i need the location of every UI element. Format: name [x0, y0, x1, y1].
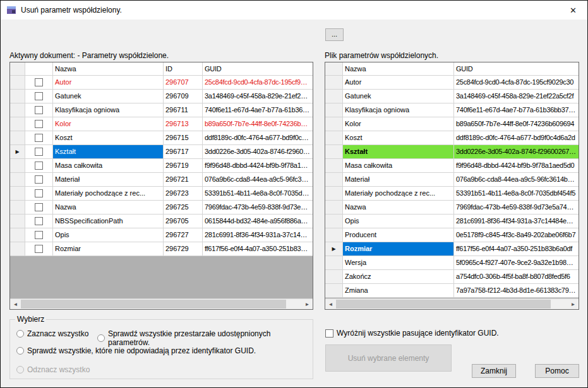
row-selector[interactable] [10, 242, 25, 256]
checkbox-icon[interactable] [35, 175, 43, 184]
table-row[interactable]: Producent0e5178f9-c845-4f3c-8a49-202abe0… [325, 228, 579, 242]
cell-name[interactable]: Materiał [53, 173, 164, 187]
checkbox-icon[interactable] [35, 231, 43, 239]
table-row[interactable]: Nazwa2967257969fdac-473b-4e59-838f-9d73e… [10, 201, 313, 215]
row-selector[interactable] [325, 284, 343, 298]
cell-name[interactable]: Kolor [53, 117, 164, 131]
cell-id[interactable]: 296709 [164, 90, 203, 103]
row-checkbox-cell[interactable] [25, 103, 53, 117]
table-row[interactable]: Materiał076a9b6c-cda8-44ea-a9c5-96fc3614… [325, 173, 579, 187]
table-row[interactable]: Zmiana7a97a758-f212-4b3d-8d1e-661383c79e… [325, 284, 579, 298]
radio-check-guid-mismatch[interactable]: Sprawdź wszystkie, które nie odpowiadają… [16, 346, 256, 355]
cell-name[interactable]: Koszt [343, 131, 454, 145]
scroll-left-arrow-icon[interactable]: ◄ [10, 299, 21, 309]
row-selector[interactable] [325, 215, 343, 228]
row-selector[interactable] [325, 270, 343, 284]
scroll-right-arrow-icon[interactable]: ► [568, 299, 579, 309]
cell-name[interactable]: Klasyfikacja ogniowa [53, 103, 164, 117]
cell-name[interactable]: Rozmiar [53, 242, 164, 256]
row-selector[interactable] [10, 76, 25, 90]
checkbox-icon[interactable] [35, 189, 43, 197]
row-selector[interactable] [10, 159, 25, 173]
title-bar[interactable]: Usuń parametr współdzielony. ✕ [1, 1, 587, 20]
radio-select-all[interactable]: Zaznacz wszystko [16, 329, 88, 338]
cell-guid[interactable]: 25c84fcd-9cd0-4cfa-87dc-195cf9029c... [203, 76, 313, 90]
cell-guid[interactable]: 076a9b6c-cda8-44ea-a9c5-96fc3614b... [203, 173, 313, 187]
cell-name[interactable]: Opis [343, 215, 454, 228]
row-selector[interactable]: ▶ [325, 242, 343, 256]
cell-id[interactable]: 296727 [164, 228, 203, 242]
row-selector[interactable] [10, 228, 25, 242]
checkbox-icon[interactable] [35, 134, 43, 142]
row-checkbox-cell[interactable] [25, 187, 53, 201]
table-row[interactable]: Kosztddf8189c-d0fc-4764-a677-bd9f0c4d6a2… [325, 131, 579, 145]
header-guid[interactable]: GUID [203, 62, 313, 76]
table-row[interactable]: Materiały pochodzące z rec...53391b51-4b… [325, 187, 579, 201]
scroll-right-arrow-icon[interactable]: ► [302, 299, 313, 309]
checkbox-icon[interactable] [35, 78, 43, 86]
cell-guid[interactable]: f9f96d48-dbbd-4424-bf9b-9f78a1aed5d0 [203, 159, 313, 173]
row-checkbox-cell[interactable] [25, 117, 53, 131]
cell-id[interactable]: 296711 [164, 103, 203, 117]
cell-guid[interactable]: 3a148469-c45f-458a-829e-21ef22a5cf2f [454, 90, 579, 103]
cell-id[interactable]: 296713 [164, 117, 203, 131]
table-row[interactable]: Gatunek2967093a148469-c45f-458a-829e-21e… [10, 90, 313, 103]
row-checkbox-cell[interactable] [25, 201, 53, 215]
table-row[interactable]: Nazwa7969fdac-473b-4e59-838f-9d73e5a7429… [325, 201, 579, 215]
scroll-left-arrow-icon[interactable]: ◄ [325, 299, 336, 309]
radio-check-obsolete[interactable]: Sprawdź wszystkie przestarzałe udostępni… [97, 329, 313, 347]
cell-name[interactable]: Rozmiar [343, 242, 454, 256]
cell-id[interactable]: 296705 [164, 215, 203, 228]
cell-id[interactable]: 296721 [164, 173, 203, 187]
cell-id[interactable]: 296723 [164, 187, 203, 201]
checkbox-icon[interactable] [35, 203, 43, 211]
row-checkbox-cell[interactable] [25, 173, 53, 187]
checkbox-icon[interactable] [35, 92, 43, 100]
checkbox-icon[interactable] [35, 120, 43, 128]
cell-guid[interactable]: a754dfc0-306b-4f5f-ba8f-b807d8fed5f6 [454, 270, 579, 284]
cell-guid[interactable]: ddf8189c-d0fc-4764-a677-bd9f0c4d6a2 [203, 131, 313, 145]
scrollbar-thumb[interactable] [21, 300, 286, 309]
table-row[interactable]: ▶Rozmiarff617f56-e0f4-4a07-a350-251b83b6… [325, 242, 579, 256]
cell-name[interactable]: Gatunek [53, 90, 164, 103]
cell-guid[interactable]: 3dd0226e-3d05-402a-8746-f29600267... [203, 145, 313, 159]
cell-guid[interactable]: ff617f56-e0f4-4a07-a350-251b83b6a0df [203, 242, 313, 256]
checkbox-icon[interactable] [35, 106, 43, 114]
table-row[interactable]: Gatunek3a148469-c45f-458a-829e-21ef22a5c… [325, 90, 579, 103]
table-row[interactable]: Materiał296721076a9b6c-cda8-44ea-a9c5-96… [10, 173, 313, 187]
header-nazwa[interactable]: Nazwa [343, 62, 454, 76]
table-row[interactable]: ▶Kształt2967173dd0226e-3d05-402a-8746-f2… [10, 145, 313, 159]
row-checkbox-cell[interactable] [25, 145, 53, 159]
cell-name[interactable]: Nazwa [53, 201, 164, 215]
cell-name[interactable]: Producent [343, 228, 454, 242]
row-checkbox-cell[interactable] [25, 242, 53, 256]
cell-name[interactable]: Autor [343, 76, 454, 90]
cell-name[interactable]: Kształt [53, 145, 164, 159]
header-nazwa[interactable]: Nazwa [53, 62, 164, 76]
cell-guid[interactable]: 0615844d-bd32-484e-a956f886a7e3f... [203, 215, 313, 228]
scrollbar-thumb[interactable] [336, 300, 551, 309]
cell-name[interactable]: Materiały pochodzące z rec... [343, 187, 454, 201]
row-selector[interactable] [325, 103, 343, 117]
cell-guid[interactable]: 281c6991-8f36-4f34-931a-37c14484e... [203, 228, 313, 242]
table-row[interactable]: Kolorb89a650f-7b7e-44ff-8e0f-74236b60969… [325, 117, 579, 131]
row-selector[interactable] [325, 117, 343, 131]
table-row[interactable]: Koszt296715ddf8189c-d0fc-4764-a677-bd9f0… [10, 131, 313, 145]
table-row[interactable]: Opis281c6991-8f36-4f34-931a-37c14484ee7d [325, 215, 579, 228]
cell-name[interactable]: NBSSpecificationPath [53, 215, 164, 228]
row-selector[interactable] [10, 187, 25, 201]
cell-guid[interactable]: b89a650f-7b7e-44ff-8e0f-74236b60969 [203, 117, 313, 131]
cell-name[interactable]: Koszt [53, 131, 164, 145]
table-row[interactable]: Autor25c84fcd-9cd0-4cfa-87dc-195cf9029c3… [325, 76, 579, 90]
cell-guid[interactable]: 5f0965c4-f927-407e-9ce2-9a32e1b983d5 [454, 256, 579, 270]
table-row[interactable]: Klasyfikacja ogniowa296711740f6e11-e67d-… [10, 103, 313, 117]
cell-name[interactable]: Nazwa [343, 201, 454, 215]
cell-guid[interactable]: 740f6e11-e67d-4ae7-b77a-61b36bb37... [203, 103, 313, 117]
cell-guid[interactable]: 0e5178f9-c845-4f3c-8a49-202abe06f6b7 [454, 228, 579, 242]
checkbox-icon[interactable] [35, 162, 43, 170]
row-selector[interactable] [325, 159, 343, 173]
cell-guid[interactable]: 281c6991-8f36-4f34-931a-37c14484ee7d [454, 215, 579, 228]
row-checkbox-cell[interactable] [25, 159, 53, 173]
left-table-hscrollbar[interactable]: ◄ ► [10, 298, 313, 309]
cell-guid[interactable]: 53391b51-4b11-4e8a-8c0f-7035dbf454f5 [454, 187, 579, 201]
